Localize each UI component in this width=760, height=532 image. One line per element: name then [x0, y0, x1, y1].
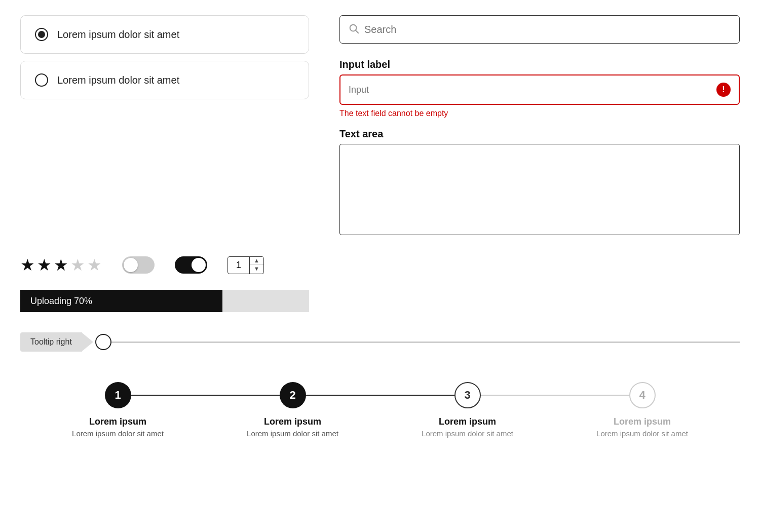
spinner-up-button[interactable]: ▲ — [250, 257, 263, 265]
spinner-value: 1 — [228, 257, 250, 274]
step-2: 2 Lorem ipsum Lorem ipsum dolor sit amet — [205, 382, 380, 438]
search-wrapper[interactable] — [339, 15, 740, 44]
progress-bar-container: Uploading 70% — [20, 290, 309, 312]
radio-label-1: Lorem ipsum dolor sit amet — [57, 29, 179, 41]
input-section: Input label ! The text field cannot be e… — [339, 59, 740, 235]
toggle-off[interactable] — [122, 256, 155, 274]
step-label-1: Lorem ipsum Lorem ipsum dolor sit amet — [72, 416, 164, 438]
input-field[interactable] — [349, 85, 711, 95]
svg-line-1 — [356, 30, 358, 33]
textarea-input[interactable] — [339, 144, 740, 235]
star-1[interactable]: ★ — [20, 255, 35, 275]
progress-label: Uploading 70% — [30, 296, 92, 307]
star-3[interactable]: ★ — [54, 255, 68, 275]
step-desc-4: Lorem ipsum dolor sit amet — [596, 429, 688, 438]
slider-track[interactable] — [98, 341, 740, 343]
step-desc-1: Lorem ipsum dolor sit amet — [72, 429, 164, 438]
radio-group: Lorem ipsum dolor sit amet Lorem ipsum d… — [20, 15, 309, 235]
step-label-3: Lorem ipsum Lorem ipsum dolor sit amet — [422, 416, 513, 438]
step-title-4: Lorem ipsum — [596, 416, 688, 427]
star-2[interactable]: ★ — [37, 255, 52, 275]
input-error-wrapper[interactable]: ! — [339, 74, 740, 105]
textarea-section: Text area — [339, 128, 740, 235]
progress-bar-fill: Uploading 70% — [20, 290, 222, 312]
step-title-3: Lorem ipsum — [422, 416, 513, 427]
step-circle-1[interactable]: 1 — [105, 382, 131, 408]
radio-label-2: Lorem ipsum dolor sit amet — [57, 74, 179, 86]
textarea-label: Text area — [339, 128, 740, 140]
step-label-2: Lorem ipsum Lorem ipsum dolor sit amet — [247, 416, 338, 438]
radio-circle-2 — [35, 73, 48, 87]
stepper-section: 1 Lorem ipsum Lorem ipsum dolor sit amet… — [20, 382, 740, 438]
step-3: 3 Lorem ipsum Lorem ipsum dolor sit amet — [380, 382, 555, 438]
star-rating[interactable]: ★ ★ ★ ★ ★ — [20, 255, 102, 275]
number-spinner[interactable]: 1 ▲ ▼ — [227, 256, 264, 274]
step-1: 1 Lorem ipsum Lorem ipsum dolor sit amet — [30, 382, 205, 438]
slider-thumb[interactable] — [95, 334, 111, 350]
tooltip-label: Tooltip right — [20, 332, 82, 352]
step-circle-4[interactable]: 4 — [629, 382, 656, 408]
tooltip-arrow — [82, 333, 93, 351]
controls-row: ★ ★ ★ ★ ★ 1 ▲ ▼ — [20, 255, 309, 275]
slider-section: Tooltip right — [20, 332, 740, 352]
step-circle-2[interactable]: 2 — [280, 382, 306, 408]
error-message: The text field cannot be empty — [339, 109, 740, 118]
step-label-4: Lorem ipsum Lorem ipsum dolor sit amet — [596, 416, 688, 438]
error-icon: ! — [716, 83, 731, 97]
input-label-section: Input label ! The text field cannot be e… — [339, 59, 740, 118]
search-icon — [348, 23, 359, 36]
radio-option-2[interactable]: Lorem ipsum dolor sit amet — [20, 61, 309, 99]
radio-option-1[interactable]: Lorem ipsum dolor sit amet — [20, 15, 309, 54]
star-5[interactable]: ★ — [87, 255, 102, 275]
star-4[interactable]: ★ — [70, 255, 85, 275]
input-label: Input label — [339, 59, 740, 70]
radio-circle-1 — [35, 28, 48, 41]
step-circle-3[interactable]: 3 — [454, 382, 481, 408]
step-title-2: Lorem ipsum — [247, 416, 338, 427]
step-desc-2: Lorem ipsum dolor sit amet — [247, 429, 338, 438]
step-4: 4 Lorem ipsum Lorem ipsum dolor sit amet — [555, 382, 730, 438]
toggle-on[interactable] — [175, 256, 207, 274]
spinner-down-button[interactable]: ▼ — [250, 265, 263, 273]
search-input[interactable] — [364, 24, 731, 35]
spinner-buttons: ▲ ▼ — [250, 257, 263, 274]
step-desc-3: Lorem ipsum dolor sit amet — [422, 429, 513, 438]
step-title-1: Lorem ipsum — [72, 416, 164, 427]
controls-column: ★ ★ ★ ★ ★ 1 ▲ ▼ Uploading 70% — [20, 250, 309, 312]
